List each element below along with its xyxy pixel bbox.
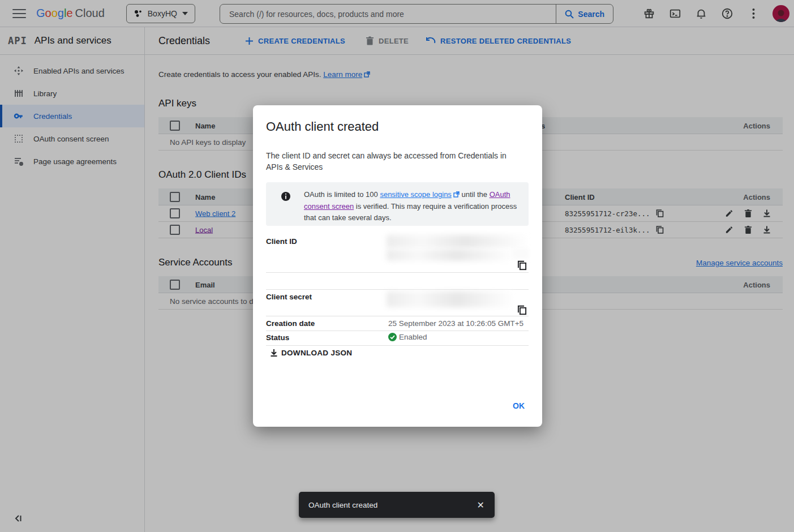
- notice-mid: until the: [460, 190, 490, 199]
- external-link-icon: [453, 190, 460, 201]
- divider: [266, 316, 529, 316]
- copy-client-id-icon[interactable]: [517, 260, 527, 270]
- divider: [266, 272, 529, 273]
- creation-date-value: 25 September 2023 at 10:26:05 GMT+5: [388, 319, 523, 328]
- client-id-redacted-value: [387, 249, 514, 261]
- divider: [266, 289, 529, 290]
- ok-button[interactable]: OK: [509, 400, 528, 411]
- status-label: Status: [266, 333, 289, 342]
- notice-text: OAuth is limited to 100 sensitive scope …: [304, 189, 518, 226]
- client-id-redacted-value: [387, 235, 529, 248]
- toast: OAuth client created ✕: [299, 492, 495, 518]
- divider: [266, 331, 529, 331]
- close-icon[interactable]: ✕: [475, 497, 487, 513]
- status-badge: Enabled: [388, 333, 427, 341]
- download-json-button[interactable]: DOWNLOAD JSON: [270, 349, 352, 357]
- client-secret-redacted-value: [387, 291, 514, 307]
- toast-message: OAuth client created: [308, 501, 475, 509]
- client-id-label: Client ID: [266, 237, 297, 246]
- redacted-chip: [512, 248, 529, 259]
- notice-pre: OAuth is limited to 100: [304, 190, 380, 199]
- client-secret-label: Client secret: [266, 293, 312, 301]
- download-icon: [270, 349, 278, 357]
- divider: [266, 345, 529, 346]
- status-value: Enabled: [399, 333, 427, 341]
- copy-client-secret-icon[interactable]: [517, 305, 527, 315]
- info-icon: [281, 192, 290, 201]
- dialog-title: OAuth client created: [266, 119, 379, 134]
- oauth-client-created-dialog: OAuth client created The client ID and s…: [253, 105, 542, 427]
- oauth-limit-notice: OAuth is limited to 100 sensitive scope …: [266, 182, 529, 226]
- dialog-description: The client ID and secret can always be a…: [266, 150, 522, 173]
- check-circle-icon: [388, 333, 397, 341]
- sensitive-scope-logins-link[interactable]: sensitive scope logins: [380, 190, 451, 199]
- creation-date-label: Creation date: [266, 319, 315, 328]
- download-json-label: DOWNLOAD JSON: [281, 349, 352, 357]
